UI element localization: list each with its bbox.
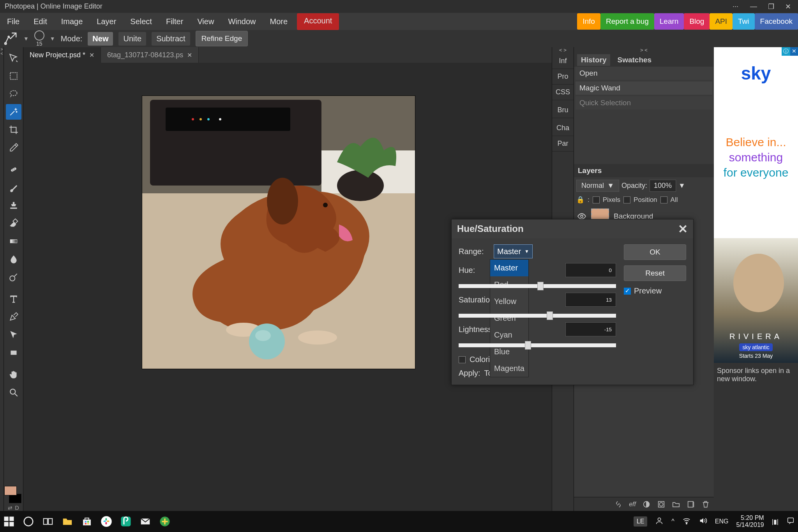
type-tool[interactable] [6, 291, 21, 307]
panel-brush-tab[interactable]: Bru [552, 103, 574, 118]
mode-unite-button[interactable]: Unite [118, 32, 146, 46]
link-twitter[interactable]: Twi [733, 13, 755, 30]
window-minimize-button[interactable]: — [750, 2, 757, 11]
history-step[interactable]: Open [576, 67, 712, 80]
lasso-tool[interactable] [6, 86, 21, 102]
browser-menu-icon[interactable]: ··· [733, 2, 738, 11]
taskbar-clock[interactable]: 5:20 PM 5/14/2019 [736, 514, 764, 528]
ad-close-icon[interactable]: ✕ [790, 47, 798, 56]
hand-tool[interactable] [6, 367, 21, 382]
tablet-mode-icon[interactable]: |▮| [772, 518, 779, 525]
menu-view[interactable]: View [190, 13, 221, 30]
magic-wand-tool[interactable] [6, 104, 21, 120]
panel-css-tab[interactable]: CSS [552, 85, 574, 100]
menu-image[interactable]: Image [54, 13, 90, 30]
brush-size-tri-icon[interactable]: ▼ [50, 35, 55, 42]
history-step-current[interactable]: Magic Wand [576, 81, 712, 95]
menu-window[interactable]: Window [221, 13, 263, 30]
menu-filter[interactable]: Filter [159, 13, 190, 30]
range-option-magenta[interactable]: Magenta [490, 360, 528, 377]
preview-checkbox[interactable] [624, 288, 631, 295]
hue-saturation-dialog[interactable]: Hue/Saturation ✕ Range: Master▼ Master R… [451, 219, 694, 385]
start-button[interactable] [3, 516, 15, 527]
volume-icon[interactable] [699, 516, 707, 527]
menu-edit[interactable]: Edit [26, 13, 54, 30]
gradient-tool[interactable] [6, 233, 21, 249]
document-tab-other[interactable]: 6tag_130717-084123.ps ✕ [101, 47, 199, 63]
swap-colors-icon[interactable]: ⇄ [8, 505, 12, 511]
opacity-tri-icon[interactable]: ▼ [678, 182, 685, 190]
lock-position-checkbox[interactable] [623, 196, 630, 203]
dodge-tool[interactable] [6, 269, 21, 285]
blur-tool[interactable] [6, 251, 21, 267]
panel-character-tab[interactable]: Cha [552, 120, 574, 136]
panel-strip-toggle[interactable]: < > [552, 47, 574, 53]
path-select-tool[interactable] [6, 327, 21, 343]
reset-button[interactable]: Reset [624, 265, 686, 281]
default-colors-label[interactable]: D [15, 505, 19, 511]
ok-button[interactable]: OK [624, 244, 686, 260]
lock-all-checkbox[interactable] [660, 196, 667, 203]
notifications-icon[interactable] [786, 516, 795, 527]
window-close-button[interactable]: ✕ [785, 2, 791, 11]
rect-select-tool[interactable] [6, 68, 21, 84]
link-info[interactable]: Info [577, 13, 600, 30]
panel-info-tab[interactable]: Inf [552, 53, 574, 69]
link-report-bug[interactable]: Report a bug [600, 13, 654, 30]
microsoft-store-icon[interactable] [81, 516, 93, 527]
lock-pixels-checkbox[interactable] [593, 196, 600, 203]
menu-file[interactable]: File [0, 13, 26, 30]
range-option-green[interactable]: Green [490, 310, 528, 327]
tray-user-badge[interactable]: LE [634, 516, 648, 527]
menu-layer[interactable]: Layer [90, 13, 123, 30]
mode-subtract-button[interactable]: Subtract [152, 32, 190, 46]
swatches-panel-tab[interactable]: Swatches [613, 54, 655, 66]
link-api[interactable]: API [710, 13, 733, 30]
menu-more[interactable]: More [263, 13, 295, 30]
right-panel-toggle[interactable]: > < [574, 47, 714, 53]
blend-mode-select[interactable]: Normal▼ [576, 180, 619, 192]
range-select[interactable]: Master▼ [494, 244, 533, 258]
history-step-future[interactable]: Quick Selection [576, 96, 712, 110]
current-tool-icon[interactable] [3, 31, 18, 46]
color-swatches[interactable]: ⇄D [6, 488, 21, 511]
history-panel-tab[interactable]: History [577, 54, 610, 66]
range-option-cyan[interactable]: Cyan [490, 327, 528, 343]
document-tab-active[interactable]: New Project.psd * ✕ [23, 47, 101, 63]
clone-stamp-tool[interactable] [6, 198, 21, 213]
task-view-button[interactable] [42, 516, 54, 527]
saturation-slider[interactable] [459, 314, 616, 318]
mail-icon[interactable] [139, 516, 151, 527]
hue-input[interactable] [565, 263, 616, 277]
tool-triangle-icon[interactable]: ▼ [23, 35, 29, 42]
saturation-input[interactable] [565, 293, 616, 307]
brush-size[interactable]: 15 [34, 30, 44, 47]
layer-effects-button[interactable]: eff [629, 501, 636, 508]
refine-edge-button[interactable]: Refine Edge [196, 31, 248, 46]
range-option-yellow[interactable]: Yellow [490, 293, 528, 310]
opacity-value[interactable]: 100% [650, 180, 676, 192]
colorize-checkbox[interactable] [459, 356, 466, 363]
adchoices-icon[interactable]: ⓘ [782, 47, 790, 56]
new-group-icon[interactable] [672, 500, 680, 509]
lightness-slider[interactable] [459, 343, 616, 347]
sponsor-ad[interactable]: ⓘ✕ sky Believe in... something for every… [714, 47, 798, 363]
mode-new-button[interactable]: New [88, 32, 113, 46]
dialog-close-button[interactable]: ✕ [678, 222, 688, 236]
eyedropper-tool[interactable] [6, 140, 21, 156]
document-image[interactable] [142, 96, 415, 369]
cortana-button[interactable] [23, 516, 34, 527]
brush-tool[interactable] [6, 180, 21, 195]
shape-tool[interactable] [6, 345, 21, 361]
new-layer-icon[interactable] [687, 500, 695, 509]
left-gutter-toggle[interactable]: >< [0, 47, 4, 511]
tray-expand-icon[interactable]: ^ [671, 518, 674, 525]
layer-mask-icon[interactable] [642, 500, 651, 509]
fg-color-swatch[interactable] [4, 486, 17, 495]
hue-slider[interactable] [459, 284, 616, 288]
panel-paragraph-tab[interactable]: Par [552, 136, 574, 152]
window-maximize-button[interactable]: ❐ [768, 2, 774, 11]
delete-layer-icon[interactable] [701, 500, 710, 509]
zoom-tool[interactable] [6, 385, 21, 400]
link-facebook[interactable]: Facebook [755, 13, 798, 30]
